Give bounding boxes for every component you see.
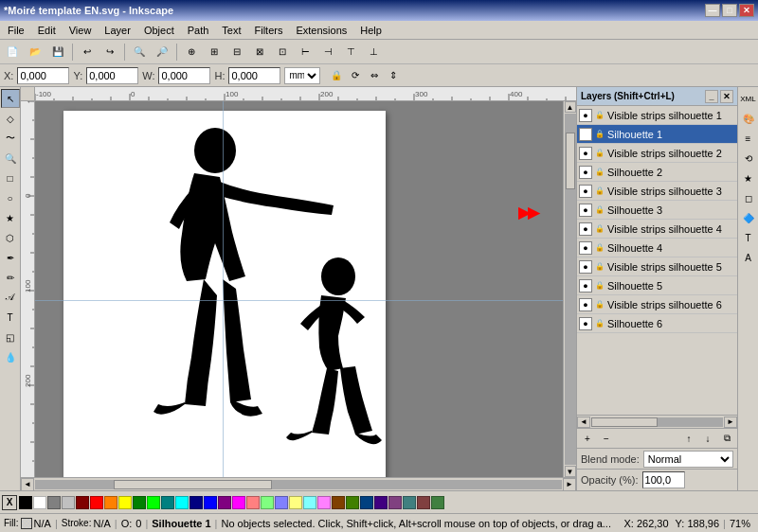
- flip-h-button[interactable]: ⇔: [366, 67, 383, 84]
- x-input[interactable]: [17, 67, 69, 84]
- vscroll-bar[interactable]: ▲ ▼: [563, 101, 576, 477]
- layer-lock-7[interactable]: 🔒: [594, 241, 605, 255]
- layer-down-button[interactable]: ↓: [699, 430, 716, 447]
- menu-edit[interactable]: Edit: [32, 23, 62, 38]
- dropper-tool[interactable]: 💧: [1, 347, 20, 366]
- palette-color-17[interactable]: [261, 496, 274, 509]
- layer-item-6[interactable]: ●🔒Visible strips silhouette 4: [577, 220, 737, 239]
- w-input[interactable]: [158, 67, 210, 84]
- star-tool[interactable]: ★: [1, 208, 20, 227]
- layer-visibility-2[interactable]: ●: [579, 147, 592, 160]
- no-color-swatch[interactable]: X: [2, 495, 17, 510]
- text-tool[interactable]: T: [1, 308, 20, 327]
- layer-visibility-7[interactable]: ●: [579, 241, 592, 255]
- pen-tool[interactable]: ✒: [1, 248, 20, 267]
- palette-color-24[interactable]: [360, 496, 373, 509]
- layer-lock-5[interactable]: 🔒: [594, 204, 605, 217]
- palette-color-14[interactable]: [218, 496, 231, 509]
- layer-item-9[interactable]: ●🔒Silhouette 5: [577, 276, 737, 295]
- layer-visibility-6[interactable]: ●: [579, 222, 592, 236]
- palette-color-21[interactable]: [317, 496, 331, 509]
- layer-visibility-1[interactable]: ●: [579, 128, 592, 141]
- snap3-button[interactable]: ⊟: [226, 42, 247, 62]
- palette-color-1[interactable]: [33, 496, 46, 509]
- palette-color-6[interactable]: [104, 496, 117, 509]
- swatches-button[interactable]: 🔷: [739, 208, 758, 227]
- layers-scroll-left[interactable]: ◄: [577, 417, 590, 428]
- palette-color-4[interactable]: [76, 496, 89, 509]
- layer-item-11[interactable]: ●🔒Silhouette 6: [577, 314, 737, 333]
- layers-scroll-right[interactable]: ►: [724, 417, 737, 428]
- layer-item-10[interactable]: ●🔒Visible strips silhouette 6: [577, 295, 737, 314]
- h-input[interactable]: [228, 67, 280, 84]
- align-button[interactable]: ≡: [739, 129, 758, 148]
- palette-color-20[interactable]: [303, 496, 316, 509]
- canvas-inner[interactable]: ▶▶: [35, 101, 563, 477]
- snap-button[interactable]: ⊕: [181, 42, 202, 62]
- callig-tool[interactable]: 𝒜: [1, 288, 20, 307]
- palette-color-3[interactable]: [62, 496, 75, 509]
- menu-text[interactable]: Text: [216, 23, 246, 38]
- menu-layer[interactable]: Layer: [99, 23, 136, 38]
- snap4-button[interactable]: ⊠: [249, 42, 270, 62]
- minimize-button[interactable]: —: [705, 4, 720, 17]
- palette-color-15[interactable]: [232, 496, 245, 509]
- layer-lock-8[interactable]: 🔒: [594, 260, 605, 274]
- palette-color-18[interactable]: [275, 496, 288, 509]
- blend-select[interactable]: Normal: [643, 451, 733, 468]
- layer-item-1[interactable]: ●🔒Silhouette 1: [577, 125, 737, 144]
- palette-color-9[interactable]: [147, 496, 160, 509]
- layer-lock-11[interactable]: 🔒: [594, 317, 605, 330]
- layer-item-3[interactable]: ●🔒Silhouette 2: [577, 163, 737, 182]
- layer-up-button[interactable]: ↑: [680, 430, 697, 447]
- menu-help[interactable]: Help: [354, 23, 388, 38]
- palette-color-25[interactable]: [374, 496, 388, 509]
- palette-color-16[interactable]: [246, 496, 260, 509]
- maximize-button[interactable]: □: [722, 4, 737, 17]
- layers-collapse-icon[interactable]: _: [705, 90, 718, 103]
- layer-lock-0[interactable]: 🔒: [594, 109, 605, 122]
- trace-button[interactable]: T: [739, 228, 758, 247]
- palette-color-2[interactable]: [47, 496, 61, 509]
- flip-v-button[interactable]: ⇕: [385, 67, 402, 84]
- vscroll-up[interactable]: ▲: [565, 101, 576, 113]
- layer-visibility-9[interactable]: ●: [579, 279, 592, 293]
- layer-item-4[interactable]: ●🔒Visible strips silhouette 3: [577, 182, 737, 201]
- transform-panel-button[interactable]: ⟲: [739, 149, 758, 168]
- layer-visibility-5[interactable]: ●: [579, 204, 592, 217]
- opacity-input[interactable]: [642, 471, 685, 488]
- palette-color-8[interactable]: [133, 496, 146, 509]
- menu-path[interactable]: Path: [182, 23, 215, 38]
- select-tool[interactable]: ↖: [1, 89, 20, 108]
- palette-color-29[interactable]: [431, 496, 444, 509]
- transform-button[interactable]: ⟳: [347, 67, 364, 84]
- layer-item-8[interactable]: ●🔒Visible strips silhouette 5: [577, 257, 737, 276]
- add-layer-button[interactable]: +: [579, 430, 596, 447]
- layer-lock-10[interactable]: 🔒: [594, 298, 605, 311]
- palette-color-0[interactable]: [19, 496, 32, 509]
- palette-color-5[interactable]: [90, 496, 103, 509]
- layer-item-7[interactable]: ●🔒Silhouette 4: [577, 239, 737, 257]
- layer-item-5[interactable]: ●🔒Silhouette 3: [577, 201, 737, 220]
- objects-button[interactable]: ◻: [739, 188, 758, 207]
- gradient-tool[interactable]: ◱: [1, 328, 20, 346]
- fill-stroke-button[interactable]: 🎨: [739, 109, 758, 128]
- palette-color-26[interactable]: [388, 496, 402, 509]
- vscroll-down[interactable]: ▼: [565, 466, 576, 477]
- vscroll-thumb[interactable]: [566, 133, 575, 189]
- save-button[interactable]: 💾: [47, 42, 68, 62]
- zoom-in-button[interactable]: 🔍: [129, 42, 150, 62]
- zoom-tool[interactable]: 🔍: [1, 149, 20, 168]
- palette-color-28[interactable]: [417, 496, 430, 509]
- layer-visibility-4[interactable]: ●: [579, 185, 592, 198]
- redo-button[interactable]: ↪: [99, 42, 120, 62]
- palette-color-12[interactable]: [190, 496, 203, 509]
- symbols-button[interactable]: ★: [739, 168, 758, 187]
- snap5-button[interactable]: ⊡: [272, 42, 293, 62]
- menu-extensions[interactable]: Extensions: [290, 23, 352, 38]
- hscroll-thumb[interactable]: [114, 480, 272, 489]
- menu-view[interactable]: View: [63, 23, 98, 38]
- palette-color-11[interactable]: [175, 496, 189, 509]
- rect-tool[interactable]: □: [1, 168, 20, 187]
- node-tool[interactable]: ◇: [1, 109, 20, 128]
